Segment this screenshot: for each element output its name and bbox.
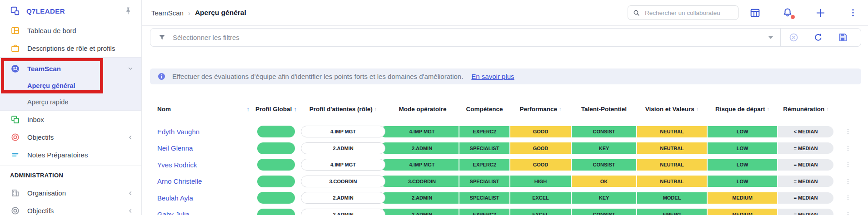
- table-header-row: Nom↑Profil Global↑Profil d'attentes (rôl…: [150, 95, 861, 123]
- divider: [780, 29, 781, 46]
- sidebar-item-label: Notes Préparatoires: [27, 151, 134, 159]
- sidebar-item-objectives-admin[interactable]: Objectifs: [0, 202, 141, 215]
- column-header[interactable]: Nom↑: [150, 106, 252, 113]
- sidebar-item-organisation[interactable]: Organisation: [0, 184, 141, 202]
- column-header-label: Rémunération: [783, 106, 824, 113]
- column-header-label: Compétence: [466, 106, 503, 113]
- sort-hint-icon[interactable]: ↑: [696, 106, 699, 112]
- status-badge: HIGH: [510, 176, 571, 187]
- row-menu-button[interactable]: [834, 190, 861, 206]
- profil-global-pill[interactable]: [257, 192, 295, 204]
- save-filter-icon[interactable]: [836, 31, 849, 44]
- column-header-label: Talent-Potentiel: [581, 106, 627, 113]
- status-badge: GOOD: [510, 142, 571, 154]
- learn-more-link[interactable]: En savoir plus: [471, 73, 514, 80]
- chevron-left-icon[interactable]: [127, 190, 134, 197]
- team-table: Nom↑Profil Global↑Profil d'attentes (rôl…: [150, 95, 861, 215]
- sidebar-item-dashboard[interactable]: Tableau de bord: [0, 22, 141, 39]
- q7leader-logo-icon: [10, 6, 20, 16]
- status-badge: EXCEL: [510, 209, 571, 215]
- info-icon: [157, 72, 166, 81]
- search-input[interactable]: [644, 9, 733, 17]
- sort-asc-icon[interactable]: ↑: [294, 106, 297, 113]
- notes-icon: [10, 150, 20, 160]
- employee-name-link[interactable]: Edyth Vaughn: [157, 128, 200, 136]
- chevron-down-icon[interactable]: [768, 36, 773, 39]
- status-badge: 3.COORDIN: [380, 176, 459, 187]
- sort-hint-icon[interactable]: ↑: [559, 106, 562, 112]
- row-menu-button[interactable]: [834, 206, 861, 215]
- notifications-bell-icon[interactable]: [781, 6, 794, 19]
- employee-name-link[interactable]: Arno Christelle: [157, 177, 202, 185]
- column-header[interactable]: Profil d'attentes (rôle)↑: [300, 106, 386, 113]
- teamscan-icon: [10, 64, 20, 73]
- profil-attentes-badge: 3.COORDIN: [301, 176, 385, 187]
- refresh-icon[interactable]: [812, 31, 824, 44]
- column-header[interactable]: Compétence: [459, 106, 510, 113]
- status-badge: CONSIST: [572, 159, 636, 171]
- logo-row: Q7LEADER: [0, 0, 141, 22]
- employee-name-link[interactable]: Beulah Ayla: [157, 194, 193, 202]
- sidebar-item-apercu-general[interactable]: Aperçu général: [0, 78, 141, 94]
- status-badge: EXPERC2: [459, 126, 509, 137]
- sidebar-item-apercu-rapide[interactable]: Aperçu rapide: [0, 94, 141, 110]
- column-header[interactable]: Profil Global↑: [252, 106, 300, 113]
- profil-global-pill[interactable]: [257, 126, 295, 137]
- employee-name-link[interactable]: Gaby Julia: [157, 210, 190, 215]
- sidebar-item-objectives[interactable]: Objectifs: [0, 128, 141, 146]
- table-columns-icon[interactable]: [748, 6, 761, 19]
- table-row: Gaby Julia2.ADMIN2.ADMINEXPERC2EXCELCONS…: [150, 206, 861, 215]
- profil-global-pill[interactable]: [257, 142, 295, 154]
- sidebar-item-teamscan[interactable]: TeamScan: [0, 59, 141, 78]
- employee-name-link[interactable]: Yves Rodrick: [157, 161, 197, 169]
- filter-select-placeholder[interactable]: Sélectionner les filtres: [173, 34, 765, 41]
- column-header[interactable]: Rémunération↑: [778, 106, 834, 113]
- sidebar-item-label: Objectifs: [27, 133, 120, 141]
- column-header[interactable]: Performance↑: [510, 106, 571, 113]
- sort-asc-icon[interactable]: ↑: [247, 106, 250, 113]
- filter-bar: Sélectionner les filtres: [150, 28, 861, 47]
- sidebar-item-inbox[interactable]: Inbox: [0, 111, 141, 128]
- profil-global-pill[interactable]: [257, 209, 295, 215]
- dashboard-icon: [10, 26, 20, 36]
- sidebar-nav: Tableau de bordDescriptions de rôle et p…: [0, 22, 141, 215]
- status-badge: LOW: [708, 159, 777, 171]
- status-badge: CONSIST: [572, 209, 636, 215]
- chevron-left-icon[interactable]: [127, 207, 134, 215]
- add-plus-icon[interactable]: [814, 6, 827, 19]
- row-menu-button[interactable]: [834, 173, 861, 190]
- sidebar-item-prep-notes[interactable]: Notes Préparatoires: [0, 146, 141, 164]
- search-box[interactable]: [628, 5, 738, 20]
- remuneration-badge: = MEDIAN: [778, 192, 833, 204]
- chevron-down-icon[interactable]: [127, 65, 134, 72]
- sidebar: Q7LEADER Tableau de bordDescriptions de …: [0, 0, 142, 215]
- breadcrumb-parent[interactable]: TeamScan: [151, 9, 184, 17]
- breadcrumb-current: Aperçu général: [195, 9, 246, 17]
- row-menu-button[interactable]: [834, 123, 861, 140]
- profil-global-pill[interactable]: [257, 176, 295, 187]
- remuneration-badge: = MEDIAN: [778, 176, 833, 187]
- status-badge: LOW: [708, 176, 777, 187]
- sort-hint-icon[interactable]: ↑: [767, 106, 770, 112]
- status-badge: SPECIALIST: [459, 142, 509, 154]
- column-header[interactable]: Vision et Valeurs↑: [637, 106, 707, 113]
- column-header[interactable]: Mode opératoire: [386, 106, 459, 113]
- employee-name-link[interactable]: Neil Glenna: [157, 144, 193, 152]
- column-header[interactable]: Risque de départ↑: [707, 106, 778, 113]
- chevron-left-icon[interactable]: [127, 134, 134, 141]
- breadcrumb: TeamScan › Aperçu général: [151, 9, 628, 17]
- row-menu-button[interactable]: [834, 140, 861, 157]
- row-menu-button[interactable]: [834, 156, 861, 173]
- column-header[interactable]: Talent-Potentiel: [571, 106, 637, 113]
- table-row: Yves Rodrick4.IMP MGT4.IMP MGTEXPERC2GOO…: [150, 156, 861, 173]
- sort-hint-icon[interactable]: ↑: [826, 106, 829, 112]
- kebab-menu-icon[interactable]: [847, 6, 859, 19]
- filter-funnel-icon: [158, 33, 166, 42]
- sort-hint-icon[interactable]: ↑: [374, 106, 377, 112]
- sidebar-item-role-profiles[interactable]: Descriptions de rôle et profils: [0, 39, 141, 57]
- status-badge: 4.IMP MGT: [380, 126, 459, 137]
- profil-global-pill[interactable]: [257, 159, 295, 171]
- status-badge: MEDIUM: [708, 192, 777, 204]
- clear-filters-icon[interactable]: [787, 31, 800, 44]
- pin-sidebar-icon[interactable]: [123, 6, 133, 16]
